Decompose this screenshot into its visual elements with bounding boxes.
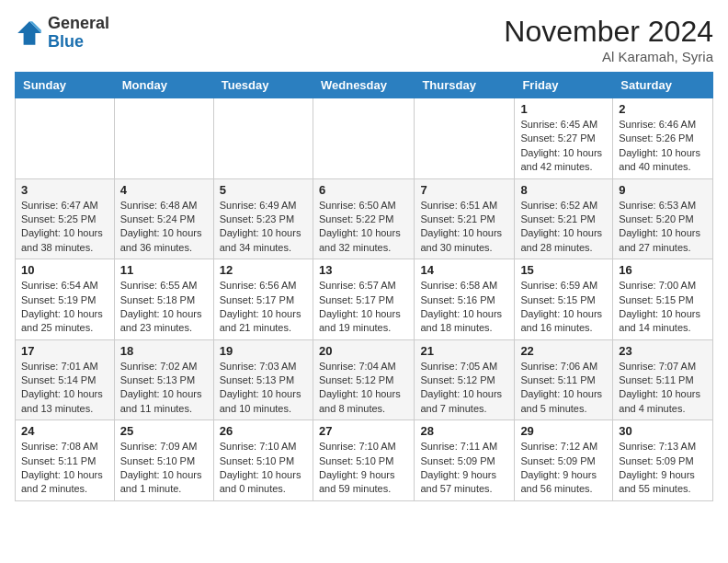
calendar-cell — [114, 98, 213, 179]
day-info: Sunrise: 6:50 AM Sunset: 5:22 PM Dayligh… — [319, 199, 408, 256]
day-info: Sunrise: 6:56 AM Sunset: 5:17 PM Dayligh… — [220, 279, 307, 336]
day-header-saturday: Saturday — [613, 73, 713, 98]
day-info: Sunrise: 6:45 AM Sunset: 5:27 PM Dayligh… — [520, 118, 607, 175]
day-number: 7 — [420, 183, 508, 197]
day-info: Sunrise: 7:13 AM Sunset: 5:09 PM Dayligh… — [619, 440, 707, 497]
day-number: 1 — [520, 102, 607, 116]
day-number: 26 — [220, 424, 307, 438]
location: Al Karamah, Syria — [504, 49, 713, 64]
day-number: 2 — [619, 102, 707, 116]
calendar-cell: 12Sunrise: 6:56 AM Sunset: 5:17 PM Dayli… — [213, 259, 313, 340]
day-info: Sunrise: 7:12 AM Sunset: 5:09 PM Dayligh… — [520, 440, 607, 497]
page-header: General Blue November 2024 Al Karamah, S… — [15, 15, 713, 64]
day-info: Sunrise: 7:02 AM Sunset: 5:13 PM Dayligh… — [120, 360, 208, 417]
day-number: 28 — [420, 424, 508, 438]
calendar-cell: 23Sunrise: 7:07 AM Sunset: 5:11 PM Dayli… — [613, 339, 713, 420]
calendar-cell: 1Sunrise: 6:45 AM Sunset: 5:27 PM Daylig… — [515, 98, 613, 179]
day-header-sunday: Sunday — [16, 73, 115, 98]
calendar-week-1: 1Sunrise: 6:45 AM Sunset: 5:27 PM Daylig… — [16, 98, 713, 179]
day-info: Sunrise: 6:52 AM Sunset: 5:21 PM Dayligh… — [520, 199, 607, 256]
day-info: Sunrise: 7:10 AM Sunset: 5:10 PM Dayligh… — [220, 440, 307, 497]
day-header-wednesday: Wednesday — [313, 73, 414, 98]
calendar-cell: 3Sunrise: 6:47 AM Sunset: 5:25 PM Daylig… — [16, 178, 115, 259]
calendar-cell: 4Sunrise: 6:48 AM Sunset: 5:24 PM Daylig… — [114, 178, 213, 259]
day-info: Sunrise: 7:07 AM Sunset: 5:11 PM Dayligh… — [619, 360, 707, 417]
day-number: 29 — [520, 424, 607, 438]
day-info: Sunrise: 7:03 AM Sunset: 5:13 PM Dayligh… — [220, 360, 307, 417]
logo-icon — [15, 18, 44, 48]
day-info: Sunrise: 7:06 AM Sunset: 5:11 PM Dayligh… — [520, 360, 607, 417]
day-info: Sunrise: 7:01 AM Sunset: 5:14 PM Dayligh… — [21, 360, 108, 417]
day-number: 25 — [120, 424, 208, 438]
day-header-thursday: Thursday — [415, 73, 515, 98]
calendar-cell: 28Sunrise: 7:11 AM Sunset: 5:09 PM Dayli… — [415, 420, 515, 501]
day-info: Sunrise: 6:58 AM Sunset: 5:16 PM Dayligh… — [420, 279, 508, 336]
calendar-cell — [213, 98, 313, 179]
day-info: Sunrise: 6:51 AM Sunset: 5:21 PM Dayligh… — [420, 199, 508, 256]
day-info: Sunrise: 7:11 AM Sunset: 5:09 PM Dayligh… — [420, 440, 508, 497]
calendar-cell: 22Sunrise: 7:06 AM Sunset: 5:11 PM Dayli… — [515, 339, 613, 420]
calendar-cell: 30Sunrise: 7:13 AM Sunset: 5:09 PM Dayli… — [613, 420, 713, 501]
month-title: November 2024 — [504, 15, 713, 49]
day-number: 5 — [220, 183, 307, 197]
calendar-cell: 26Sunrise: 7:10 AM Sunset: 5:10 PM Dayli… — [213, 420, 313, 501]
day-number: 4 — [120, 183, 208, 197]
day-number: 23 — [619, 344, 707, 358]
calendar-week-2: 3Sunrise: 6:47 AM Sunset: 5:25 PM Daylig… — [16, 178, 713, 259]
calendar-cell: 15Sunrise: 6:59 AM Sunset: 5:15 PM Dayli… — [515, 259, 613, 340]
calendar-cell: 6Sunrise: 6:50 AM Sunset: 5:22 PM Daylig… — [313, 178, 414, 259]
calendar-cell: 11Sunrise: 6:55 AM Sunset: 5:18 PM Dayli… — [114, 259, 213, 340]
calendar-cell: 2Sunrise: 6:46 AM Sunset: 5:26 PM Daylig… — [613, 98, 713, 179]
calendar-cell: 21Sunrise: 7:05 AM Sunset: 5:12 PM Dayli… — [415, 339, 515, 420]
day-number: 20 — [319, 344, 408, 358]
calendar-week-4: 17Sunrise: 7:01 AM Sunset: 5:14 PM Dayli… — [16, 339, 713, 420]
day-info: Sunrise: 6:46 AM Sunset: 5:26 PM Dayligh… — [619, 118, 707, 175]
day-info: Sunrise: 6:49 AM Sunset: 5:23 PM Dayligh… — [220, 199, 307, 256]
logo-text: General Blue — [48, 15, 109, 52]
calendar-cell: 14Sunrise: 6:58 AM Sunset: 5:16 PM Dayli… — [415, 259, 515, 340]
calendar-cell: 7Sunrise: 6:51 AM Sunset: 5:21 PM Daylig… — [415, 178, 515, 259]
day-info: Sunrise: 7:04 AM Sunset: 5:12 PM Dayligh… — [319, 360, 408, 417]
calendar: SundayMondayTuesdayWednesdayThursdayFrid… — [15, 72, 713, 501]
day-number: 10 — [21, 263, 108, 277]
calendar-cell: 5Sunrise: 6:49 AM Sunset: 5:23 PM Daylig… — [213, 178, 313, 259]
day-info: Sunrise: 6:54 AM Sunset: 5:19 PM Dayligh… — [21, 279, 108, 336]
day-number: 21 — [420, 344, 508, 358]
day-info: Sunrise: 6:57 AM Sunset: 5:17 PM Dayligh… — [319, 279, 408, 336]
calendar-week-5: 24Sunrise: 7:08 AM Sunset: 5:11 PM Dayli… — [16, 420, 713, 501]
day-number: 3 — [21, 183, 108, 197]
calendar-cell: 24Sunrise: 7:08 AM Sunset: 5:11 PM Dayli… — [16, 420, 115, 501]
calendar-cell — [313, 98, 414, 179]
calendar-cell: 9Sunrise: 6:53 AM Sunset: 5:20 PM Daylig… — [613, 178, 713, 259]
day-header-monday: Monday — [114, 73, 213, 98]
day-number: 22 — [520, 344, 607, 358]
day-number: 17 — [21, 344, 108, 358]
logo: General Blue — [15, 15, 109, 52]
day-number: 24 — [21, 424, 108, 438]
calendar-cell — [415, 98, 515, 179]
calendar-cell: 13Sunrise: 6:57 AM Sunset: 5:17 PM Dayli… — [313, 259, 414, 340]
calendar-header-row: SundayMondayTuesdayWednesdayThursdayFrid… — [16, 73, 713, 98]
day-number: 15 — [520, 263, 607, 277]
day-info: Sunrise: 6:53 AM Sunset: 5:20 PM Dayligh… — [619, 199, 707, 256]
day-number: 12 — [220, 263, 307, 277]
day-number: 16 — [619, 263, 707, 277]
calendar-cell: 19Sunrise: 7:03 AM Sunset: 5:13 PM Dayli… — [213, 339, 313, 420]
day-number: 13 — [319, 263, 408, 277]
calendar-cell — [16, 98, 115, 179]
calendar-cell: 27Sunrise: 7:10 AM Sunset: 5:10 PM Dayli… — [313, 420, 414, 501]
day-number: 27 — [319, 424, 408, 438]
day-info: Sunrise: 7:05 AM Sunset: 5:12 PM Dayligh… — [420, 360, 508, 417]
calendar-week-3: 10Sunrise: 6:54 AM Sunset: 5:19 PM Dayli… — [16, 259, 713, 340]
day-header-friday: Friday — [515, 73, 613, 98]
day-info: Sunrise: 7:00 AM Sunset: 5:15 PM Dayligh… — [619, 279, 707, 336]
day-info: Sunrise: 6:47 AM Sunset: 5:25 PM Dayligh… — [21, 199, 108, 256]
calendar-cell: 10Sunrise: 6:54 AM Sunset: 5:19 PM Dayli… — [16, 259, 115, 340]
calendar-cell: 16Sunrise: 7:00 AM Sunset: 5:15 PM Dayli… — [613, 259, 713, 340]
day-info: Sunrise: 6:55 AM Sunset: 5:18 PM Dayligh… — [120, 279, 208, 336]
day-number: 9 — [619, 183, 707, 197]
svg-marker-0 — [17, 21, 41, 45]
calendar-cell: 8Sunrise: 6:52 AM Sunset: 5:21 PM Daylig… — [515, 178, 613, 259]
day-number: 19 — [220, 344, 307, 358]
day-number: 18 — [120, 344, 208, 358]
